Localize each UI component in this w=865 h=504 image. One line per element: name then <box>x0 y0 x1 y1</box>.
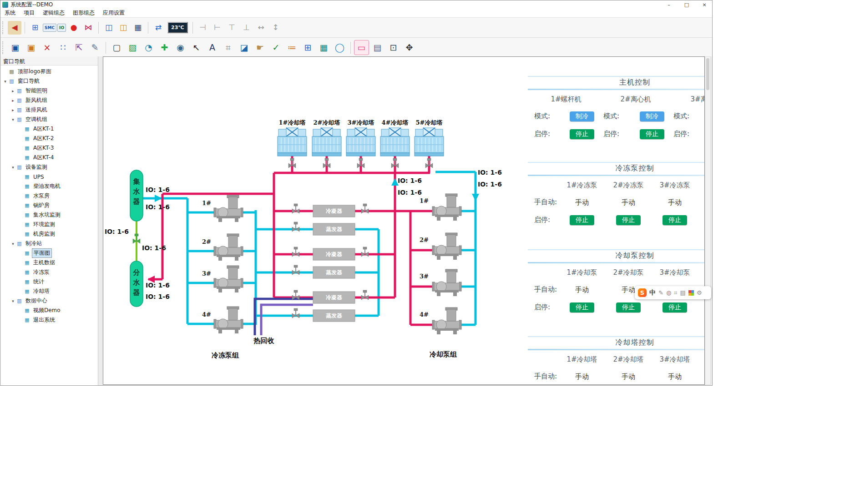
valve-config-icon[interactable]: ⋈ <box>81 21 95 35</box>
distribute-vertical-icon[interactable]: ↕ <box>269 21 283 35</box>
align-top-icon[interactable]: ⊤ <box>225 21 239 35</box>
pen-icon[interactable]: ✎ <box>658 289 663 296</box>
pump[interactable] <box>214 195 243 222</box>
ime-toolbar[interactable]: S中✎◍⌗▤⚙ <box>635 286 711 299</box>
tree-item[interactable]: ▩顶部logo界面 <box>0 67 98 76</box>
pump[interactable] <box>432 233 461 260</box>
chiller-unit[interactable]: 冷凝器蒸发器 <box>313 248 355 278</box>
keyboard-icon[interactable]: ⌗ <box>674 289 677 297</box>
phrase-icon[interactable]: ▤ <box>680 289 686 296</box>
screen-sync-icon[interactable]: ⇄ <box>152 21 165 35</box>
tree-item[interactable]: ▦冷却塔 <box>0 287 98 296</box>
pump[interactable] <box>214 307 243 333</box>
menu-item[interactable]: 图形组态 <box>69 9 99 17</box>
collapse-icon[interactable]: ▾ <box>10 242 16 246</box>
tree-item[interactable]: ▸▥新风机组 <box>0 96 98 105</box>
cooling-tower[interactable]: 1#冷却塔 <box>278 119 307 156</box>
screen-copy-icon[interactable]: ◫ <box>116 21 130 35</box>
collapse-icon[interactable]: ▾ <box>10 165 16 170</box>
tree-item[interactable]: ▦平面图 <box>0 248 98 258</box>
tag-edit-icon[interactable]: ✎ <box>87 40 102 55</box>
add-screen-icon[interactable]: ✚ <box>157 40 172 55</box>
stop-button[interactable]: 停止 <box>640 129 664 139</box>
screen-manage-icon[interactable]: ◫ <box>102 21 116 35</box>
cooling-tower[interactable]: 2#冷却塔 <box>312 119 341 156</box>
fullscreen-icon[interactable]: ✥ <box>402 40 417 55</box>
io-config-icon[interactable]: IO <box>57 24 66 32</box>
export-icon[interactable]: ⇱ <box>71 40 86 55</box>
manual-auto-value[interactable]: 手动 <box>668 373 682 381</box>
tree-item[interactable]: ▾▥设备监测 <box>0 162 98 172</box>
stop-button[interactable]: 停止 <box>570 302 594 312</box>
tree-item[interactable]: ▦A区KT-3 <box>0 143 98 153</box>
stop-button[interactable]: 停止 <box>663 302 687 312</box>
pump[interactable] <box>432 307 461 334</box>
pump[interactable] <box>432 269 461 296</box>
design-canvas[interactable]: 1#冷却塔2#冷却塔3#冷却塔4#冷却塔5#冷却塔集水器分水器冷凝器蒸发器冷凝器… <box>103 56 705 385</box>
report-tool-icon[interactable]: ▦ <box>316 40 331 55</box>
manual-auto-value[interactable]: 手动 <box>622 198 635 207</box>
stop-button[interactable]: 停止 <box>570 129 594 139</box>
pump[interactable] <box>214 266 243 292</box>
ime-mode-indicator[interactable]: 中 <box>649 289 656 297</box>
manual-auto-value[interactable]: 手动 <box>622 286 635 294</box>
text-tool-icon[interactable]: A <box>205 40 220 55</box>
tree-item[interactable]: ▦视频Demo <box>0 306 98 315</box>
smc-config-icon[interactable]: SMC <box>43 24 56 32</box>
mode-button[interactable]: 制冷 <box>570 111 594 121</box>
distributor-vessel[interactable]: 分水器 <box>130 261 143 307</box>
stop-button[interactable]: 停止 <box>616 302 641 312</box>
align-dots-icon[interactable]: ∷ <box>56 40 71 55</box>
chiller-unit[interactable]: 冷凝器蒸发器 <box>313 205 355 235</box>
delete-icon[interactable]: × <box>40 40 55 55</box>
form-tool-icon[interactable]: ▤ <box>370 40 385 55</box>
toolbar-grip[interactable] <box>2 41 5 54</box>
download-device-icon[interactable]: ▦ <box>131 21 145 35</box>
circle-tool-icon[interactable]: ◯ <box>332 40 347 55</box>
label-tool-icon[interactable]: ⌗ <box>221 40 236 55</box>
sogou-logo[interactable]: S <box>638 288 647 297</box>
tree-item[interactable]: ▦环境监测 <box>0 220 98 229</box>
save-icon[interactable]: ▣ <box>8 40 23 55</box>
mode-button[interactable]: 制冷 <box>640 111 664 121</box>
chiller-unit[interactable]: 冷凝器蒸发器 <box>313 292 355 322</box>
cooling-tower[interactable]: 3#冷却塔 <box>346 119 375 156</box>
rect-tool-icon[interactable]: ▭ <box>354 40 369 55</box>
stop-button[interactable]: 停止 <box>570 215 594 225</box>
expand-icon[interactable]: ▸ <box>10 98 16 103</box>
maximize-button[interactable]: □ <box>679 1 694 9</box>
tree-item[interactable]: ▦统计 <box>0 277 98 287</box>
page-screen-icon[interactable]: ▢ <box>109 40 124 55</box>
temperature-display[interactable]: 23℃ <box>167 22 188 33</box>
device-config-icon[interactable]: ⊞ <box>28 21 42 35</box>
clock-tool-icon[interactable]: ◔ <box>141 40 156 55</box>
tree-item[interactable]: ▾▥制冷站 <box>0 239 98 248</box>
tree-item[interactable]: ▦UPS <box>0 172 98 181</box>
stop-button[interactable]: 停止 <box>663 215 687 225</box>
scrollbar-thumb[interactable] <box>706 58 709 90</box>
menu-item[interactable]: 逻辑组态 <box>39 9 69 17</box>
tree-item[interactable]: ▸▥送排风机 <box>0 105 98 115</box>
canvas-vertical-scrollbar[interactable] <box>705 56 711 385</box>
mic-icon[interactable]: ◍ <box>666 289 671 296</box>
tree-item[interactable]: ▦冷冻泵 <box>0 267 98 277</box>
save-all-icon[interactable]: ▣ <box>24 40 39 55</box>
test-point-icon[interactable]: ● <box>67 21 81 35</box>
tree-item[interactable]: ▦A区KT-1 <box>0 124 98 134</box>
minimize-button[interactable]: – <box>661 1 677 9</box>
manual-auto-value[interactable]: 手动 <box>575 286 589 294</box>
collector-vessel[interactable]: 集水器 <box>130 170 143 221</box>
menu-item[interactable]: 项目 <box>20 9 39 17</box>
checkbox-tool-icon[interactable]: ✓ <box>268 40 283 55</box>
hand-tool-icon[interactable]: ☛ <box>253 40 268 55</box>
toolbar-grip[interactable] <box>2 21 5 34</box>
pump[interactable] <box>432 194 461 221</box>
tree-item[interactable]: ▦锅炉房 <box>0 201 98 210</box>
tree-item[interactable]: ▾▥空调机组 <box>0 115 98 124</box>
tree-item[interactable]: ▾▥数据中心 <box>0 296 98 306</box>
cooling-tower[interactable]: 5#冷却塔 <box>415 119 444 156</box>
manual-auto-value[interactable]: 手动 <box>575 373 589 381</box>
distribute-horizontal-icon[interactable]: ↔ <box>254 21 268 35</box>
collapse-icon[interactable]: ▾ <box>10 117 16 122</box>
close-button[interactable]: × <box>697 1 712 9</box>
